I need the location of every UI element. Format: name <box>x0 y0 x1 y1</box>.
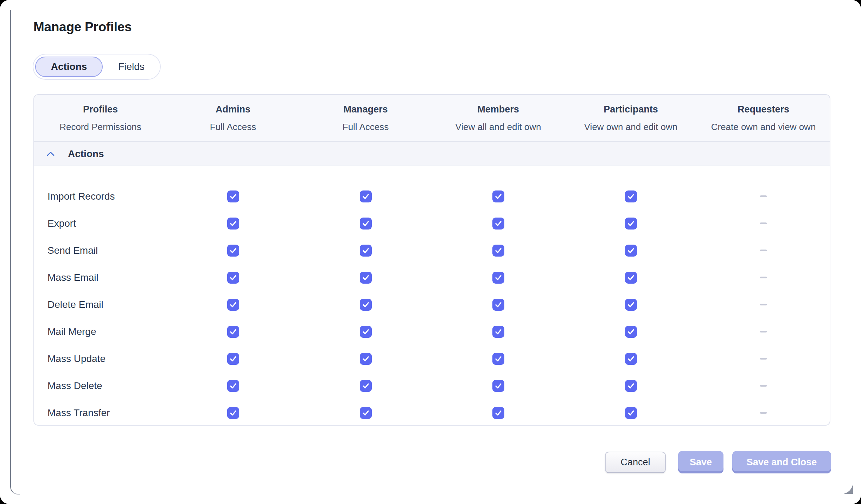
permissions-table: Profiles Record Permissions Admins Full … <box>33 94 830 426</box>
table-row: Mass Transfer <box>34 399 830 426</box>
checkbox-requesters-disabled <box>758 380 770 392</box>
checkbox-members[interactable] <box>492 380 504 392</box>
row-label: Mass Delete <box>34 380 167 392</box>
dash-icon <box>760 358 767 360</box>
checkbox-participants[interactable] <box>625 299 637 311</box>
actions-section-header[interactable]: Actions <box>34 142 830 166</box>
chevron-up-icon[interactable] <box>47 151 55 156</box>
checkbox-managers[interactable] <box>360 326 372 338</box>
checkbox-managers[interactable] <box>360 380 372 392</box>
checkbox-requesters-disabled <box>758 353 770 365</box>
column-header-admins: Admins Full Access <box>167 95 299 141</box>
checkbox-participants[interactable] <box>625 380 637 392</box>
checkbox-managers[interactable] <box>360 407 372 419</box>
column-header-members: Members View all and edit own <box>432 95 565 141</box>
column-header-profiles: Profiles Record Permissions <box>34 95 167 141</box>
dash-icon <box>760 277 767 278</box>
checkbox-admins[interactable] <box>227 380 239 392</box>
checkbox-admins[interactable] <box>227 272 239 284</box>
column-header-managers: Managers Full Access <box>299 95 432 141</box>
save-and-close-button[interactable]: Save and Close <box>732 451 831 473</box>
row-label: Export <box>34 218 167 229</box>
checkbox-managers[interactable] <box>360 272 372 284</box>
checkbox-admins[interactable] <box>227 407 239 419</box>
checkbox-participants[interactable] <box>625 326 637 338</box>
table-header: Profiles Record Permissions Admins Full … <box>34 95 830 142</box>
checkbox-members[interactable] <box>492 190 504 202</box>
checkbox-members[interactable] <box>492 272 504 284</box>
dash-icon <box>760 331 767 332</box>
tab-fields[interactable]: Fields <box>103 57 160 77</box>
dash-icon <box>760 412 767 414</box>
checkbox-participants[interactable] <box>625 190 637 202</box>
checkbox-requesters-disabled <box>758 245 770 257</box>
checkbox-admins[interactable] <box>227 353 239 365</box>
row-label: Mass Update <box>34 353 167 364</box>
column-subtitle: Create own and view own <box>711 122 816 133</box>
column-subtitle: View all and edit own <box>455 122 541 133</box>
table-row: Mass Delete <box>34 372 830 399</box>
checkbox-participants[interactable] <box>625 218 637 230</box>
checkbox-requesters-disabled <box>758 190 770 202</box>
table-row: Delete Email <box>34 291 830 318</box>
column-name: Members <box>477 104 519 115</box>
checkbox-requesters-disabled <box>758 326 770 338</box>
section-label: Actions <box>68 148 104 160</box>
checkbox-managers[interactable] <box>360 353 372 365</box>
save-button[interactable]: Save <box>678 451 723 473</box>
table-row: Export <box>34 210 830 237</box>
column-name: Admins <box>216 104 250 115</box>
checkbox-requesters-disabled <box>758 218 770 230</box>
column-subtitle: Full Access <box>210 122 256 133</box>
page-title: Manage Profiles <box>33 20 132 34</box>
checkbox-admins[interactable] <box>227 190 239 202</box>
dash-icon <box>760 250 767 251</box>
checkbox-managers[interactable] <box>360 299 372 311</box>
window-frame-border <box>10 10 20 495</box>
column-name: Requesters <box>738 104 789 115</box>
checkbox-participants[interactable] <box>625 407 637 419</box>
column-name: Participants <box>604 104 658 115</box>
checkbox-admins[interactable] <box>227 218 239 230</box>
row-label: Send Email <box>34 245 167 256</box>
checkbox-members[interactable] <box>492 407 504 419</box>
cancel-button[interactable]: Cancel <box>605 452 666 473</box>
checkbox-managers[interactable] <box>360 190 372 202</box>
column-subtitle: Record Permissions <box>59 122 141 133</box>
dash-icon <box>760 385 767 387</box>
checkbox-members[interactable] <box>492 218 504 230</box>
dash-icon <box>760 304 767 305</box>
permission-rows: Import Records Export Send Email <box>34 166 830 426</box>
checkbox-admins[interactable] <box>227 299 239 311</box>
checkbox-members[interactable] <box>492 245 504 257</box>
checkbox-requesters-disabled <box>758 407 770 419</box>
column-subtitle: View own and edit own <box>584 122 677 133</box>
table-row: Send Email <box>34 237 830 264</box>
app-window: Manage Profiles Actions Fields Profiles … <box>0 0 861 504</box>
checkbox-requesters-disabled <box>758 272 770 284</box>
checkbox-requesters-disabled <box>758 299 770 311</box>
checkbox-participants[interactable] <box>625 245 637 257</box>
column-name: Managers <box>343 104 388 115</box>
column-name: Profiles <box>83 104 118 115</box>
column-subtitle: Full Access <box>343 122 389 133</box>
checkbox-members[interactable] <box>492 353 504 365</box>
checkbox-admins[interactable] <box>227 245 239 257</box>
checkbox-members[interactable] <box>492 326 504 338</box>
checkbox-managers[interactable] <box>360 245 372 257</box>
checkbox-members[interactable] <box>492 299 504 311</box>
table-row: Mail Merge <box>34 318 830 345</box>
row-label: Mass Email <box>34 272 167 283</box>
dash-icon <box>760 222 767 224</box>
dash-icon <box>760 195 767 197</box>
table-row: Mass Update <box>34 345 830 372</box>
table-row: Mass Email <box>34 264 830 291</box>
tab-actions[interactable]: Actions <box>35 57 103 77</box>
row-label: Import Records <box>34 191 167 202</box>
table-row: Import Records <box>34 183 830 210</box>
checkbox-managers[interactable] <box>360 218 372 230</box>
checkbox-participants[interactable] <box>625 272 637 284</box>
checkbox-participants[interactable] <box>625 353 637 365</box>
checkbox-admins[interactable] <box>227 326 239 338</box>
row-label: Delete Email <box>34 299 167 310</box>
